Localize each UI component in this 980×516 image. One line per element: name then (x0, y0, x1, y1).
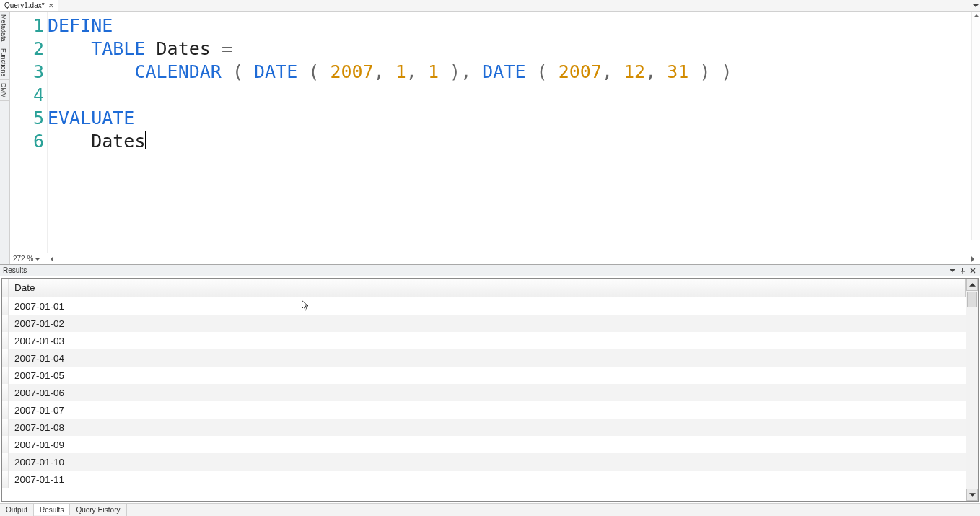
line-number: 6 (10, 130, 44, 153)
cell-date: 2007-01-08 (9, 422, 966, 433)
fn-date: DATE (254, 61, 297, 82)
row-handle[interactable] (2, 401, 9, 419)
scroll-right-icon[interactable] (968, 255, 977, 263)
bottom-tab-results[interactable]: Results (34, 503, 70, 515)
bottom-tab-history[interactable]: Query History (70, 504, 126, 516)
bottom-tab-label: Query History (76, 506, 120, 514)
table-row[interactable]: 2007-01-04 (2, 349, 966, 367)
paren: ) (699, 61, 710, 82)
side-tab-functions[interactable]: Functions (0, 45, 9, 80)
line-number: 2 (10, 38, 44, 61)
comma: , (460, 61, 471, 82)
row-handle[interactable] (2, 367, 9, 384)
editor-status-bar: 272 % (10, 253, 980, 264)
fn-calendar: CALENDAR (134, 61, 221, 82)
row-handle[interactable] (2, 297, 9, 315)
line-gutter: 1 2 3 4 5 6 (10, 12, 48, 253)
panel-header: Results (0, 265, 980, 276)
cell-date: 2007-01-01 (9, 301, 966, 312)
row-handle[interactable] (2, 315, 9, 332)
table-row[interactable]: 2007-01-08 (2, 419, 966, 436)
code-content[interactable]: DEFINE TABLE Dates = CALENDAR ( DATE ( 2… (48, 12, 980, 253)
zoom-level[interactable]: 272 % (13, 255, 33, 263)
document-tabstrip: Query1.dax* ✕ (0, 0, 980, 12)
table-row[interactable]: 2007-01-05 (2, 367, 966, 384)
editor-row: Metadata Functions DMV 1 2 3 4 5 6 DEFIN… (0, 12, 980, 264)
line-number: 5 (10, 107, 44, 130)
grid-vscroll[interactable] (966, 279, 978, 501)
comma: , (406, 61, 417, 82)
row-handle[interactable] (2, 471, 9, 488)
num: 1 (395, 61, 406, 82)
row-handle[interactable] (2, 419, 9, 436)
grid-body[interactable]: 2007-01-012007-01-022007-01-032007-01-04… (2, 297, 966, 501)
results-grid[interactable]: Date 2007-01-012007-01-022007-01-032007-… (1, 278, 979, 502)
panel-dropdown[interactable] (948, 266, 957, 275)
cell-date: 2007-01-04 (9, 353, 966, 364)
table-row[interactable]: 2007-01-01 (2, 297, 966, 315)
bottom-tab-label: Results (40, 506, 64, 514)
table-row[interactable]: 2007-01-02 (2, 315, 966, 332)
ident-dates-eval: Dates (91, 131, 145, 152)
cell-date: 2007-01-10 (9, 457, 966, 468)
code-editor[interactable]: 1 2 3 4 5 6 DEFINE TABLE Dates = CALENDA… (10, 12, 980, 264)
tabstrip-dropdown[interactable] (971, 0, 980, 11)
paren: ( (537, 61, 548, 82)
paren: ( (308, 61, 319, 82)
line-number: 4 (10, 84, 44, 107)
num: 1 (428, 61, 439, 82)
row-handle[interactable] (2, 453, 9, 471)
table-row[interactable]: 2007-01-10 (2, 453, 966, 471)
side-tab-metadata[interactable]: Metadata (0, 12, 9, 45)
paren: ( (232, 61, 243, 82)
scroll-thumb[interactable] (967, 292, 977, 307)
column-header-date[interactable]: Date (9, 279, 965, 297)
table-row[interactable]: 2007-01-11 (2, 471, 966, 488)
paren: ) (722, 61, 732, 82)
num: 31 (667, 61, 688, 82)
scroll-up-icon[interactable] (972, 12, 980, 20)
close-panel-icon[interactable] (968, 266, 977, 275)
bottom-tabstrip: Output Results Query History (0, 503, 980, 516)
cell-date: 2007-01-05 (9, 370, 966, 381)
chevron-down-icon (973, 3, 979, 9)
grid-header-row: Date (2, 279, 966, 297)
paren: ) (450, 61, 460, 82)
table-row[interactable]: 2007-01-06 (2, 384, 966, 401)
scroll-up-button[interactable] (966, 279, 978, 291)
cell-date: 2007-01-03 (9, 336, 966, 346)
line-number: 3 (10, 61, 44, 84)
document-tab[interactable]: Query1.dax* ✕ (0, 0, 58, 11)
editor-hscroll[interactable] (48, 255, 977, 263)
bottom-tab-label: Output (6, 506, 27, 514)
pin-icon[interactable] (958, 266, 967, 275)
line-number: 1 (10, 14, 44, 38)
row-handle[interactable] (2, 384, 9, 401)
op-eq: = (222, 38, 232, 59)
cell-date: 2007-01-06 (9, 388, 966, 398)
scroll-down-button[interactable] (966, 489, 978, 501)
num: 2007 (559, 61, 602, 82)
side-tool-tabs: Metadata Functions DMV (0, 12, 10, 264)
kw-table: TABLE (91, 38, 145, 59)
kw-define: DEFINE (48, 15, 113, 36)
side-tab-dmv[interactable]: DMV (0, 80, 9, 101)
table-row[interactable]: 2007-01-03 (2, 332, 966, 349)
cell-date: 2007-01-11 (9, 474, 966, 485)
svg-rect-2 (963, 271, 963, 274)
document-tab-title: Query1.dax* (4, 1, 45, 9)
row-handle[interactable] (2, 332, 9, 349)
editor-vscroll[interactable] (971, 12, 980, 240)
bottom-tab-output[interactable]: Output (0, 504, 34, 516)
row-handle[interactable] (2, 349, 9, 367)
table-row[interactable]: 2007-01-07 (2, 401, 966, 419)
close-icon[interactable]: ✕ (48, 2, 55, 9)
comma: , (374, 61, 385, 82)
scroll-left-icon[interactable] (48, 255, 56, 263)
row-handle[interactable] (2, 436, 9, 453)
tabstrip-spacer (58, 0, 971, 11)
table-row[interactable]: 2007-01-09 (2, 436, 966, 453)
cell-date: 2007-01-09 (9, 440, 966, 450)
comma: , (645, 61, 656, 82)
zoom-dropdown[interactable] (35, 256, 40, 262)
